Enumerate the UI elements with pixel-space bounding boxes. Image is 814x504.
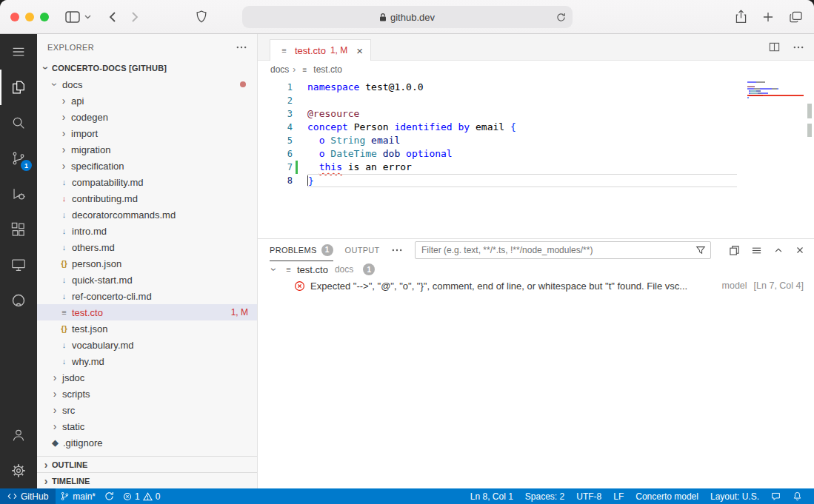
tree-file-others.md[interactable]: ↓others.md <box>37 239 257 255</box>
gutter <box>293 147 307 161</box>
close-panel-icon[interactable] <box>795 245 805 255</box>
activity-github-icon[interactable] <box>0 283 37 318</box>
tree-folder-import[interactable]: ›import <box>37 125 257 141</box>
tree-folder-static[interactable]: ›static <box>37 418 257 434</box>
activity-explorer-icon[interactable] <box>0 70 37 105</box>
tree-folder-specification[interactable]: ›specification <box>37 158 257 174</box>
problems-filter-input[interactable] <box>416 245 710 255</box>
remote-indicator[interactable]: GitHub <box>0 488 56 504</box>
chevron-right-icon: › <box>49 405 61 415</box>
notifications-status[interactable] <box>787 488 808 504</box>
code-line-8[interactable]: 8} <box>258 174 814 187</box>
status-cursor-position[interactable]: Ln 8, Col 1 <box>464 488 519 504</box>
tree-folder-api[interactable]: ›api <box>37 93 257 109</box>
activity-settings-icon[interactable] <box>0 453 37 488</box>
code-line-5[interactable]: 5 o String email <box>258 134 814 147</box>
tree-folder-jsdoc[interactable]: ›jsdoc <box>37 369 257 386</box>
tree-file-contributing.md[interactable]: ↓contributing.md <box>37 190 257 206</box>
code-line-3[interactable]: 3@resource <box>258 107 814 121</box>
code-line-4[interactable]: 4concept Person identified by email { <box>258 121 814 134</box>
new-tab-icon[interactable] <box>763 12 773 22</box>
ruler-decoration <box>807 124 812 137</box>
minimize-window-button[interactable] <box>25 13 34 21</box>
problems-status[interactable]: 1 0 <box>119 488 164 504</box>
json-file-icon: {} <box>58 259 70 268</box>
maximize-panel-icon[interactable] <box>773 245 784 255</box>
tree-item-label: static <box>62 421 84 432</box>
tree-file-test.json[interactable]: {}test.json <box>37 320 257 337</box>
tree-file-decoratorcommands.md[interactable]: ↓decoratorcommands.md <box>37 206 257 223</box>
activity-run-debug-icon[interactable] <box>0 176 37 212</box>
folder-modified-dot <box>240 81 246 87</box>
tree-file-why.md[interactable]: ↓why.md <box>37 353 257 369</box>
code-line-7[interactable]: 7 this is an error <box>258 161 814 174</box>
status-keyboard-layout[interactable]: Layout: U.S. <box>704 488 765 504</box>
code-line-6[interactable]: 6 o DateTime dob optional <box>258 147 814 161</box>
tree-folder-docs[interactable]: ›docs <box>37 76 257 93</box>
status-indentation[interactable]: Spaces: 2 <box>519 488 570 504</box>
editor-more-actions-icon[interactable] <box>793 46 804 49</box>
sync-status[interactable] <box>100 488 119 504</box>
status-eol[interactable]: LF <box>607 488 630 504</box>
tab-problems[interactable]: PROBLEMS 1 <box>270 239 333 261</box>
forward-button[interactable] <box>131 11 139 23</box>
tree-file-ref-concerto-cli.md[interactable]: ↓ref-concerto-cli.md <box>37 288 257 304</box>
problems-file-group[interactable]: › ≡ test.cto docs 1 <box>258 261 814 278</box>
filter-icon[interactable] <box>695 245 706 255</box>
tab-overview-icon[interactable] <box>790 11 802 23</box>
tree-file-compatability.md[interactable]: ↓compatability.md <box>37 174 257 190</box>
split-editor-icon[interactable] <box>769 41 780 53</box>
breadcrumb-file[interactable]: test.cto <box>313 64 342 75</box>
tree-file-.gitignore[interactable]: ◆.gitignore <box>37 434 257 451</box>
back-button[interactable] <box>109 11 116 23</box>
activity-account-icon[interactable] <box>0 417 37 453</box>
workspace-section-header[interactable]: › CONCERTO-DOCS [GITHUB] <box>37 60 257 76</box>
activity-source-control-icon[interactable]: 1 <box>0 141 37 176</box>
tree-file-test.cto[interactable]: ≡test.cto1, M <box>37 304 257 320</box>
tree-folder-migration[interactable]: ›migration <box>37 141 257 158</box>
code-text: o String email <box>307 134 737 147</box>
address-bar[interactable]: github.dev <box>242 6 573 28</box>
tab-test-cto[interactable]: ≡ test.cto 1, M × <box>270 39 371 61</box>
view-as-table-icon[interactable] <box>751 245 762 256</box>
share-icon[interactable] <box>735 10 747 24</box>
status-bar: GitHub main* 1 0 Ln 8, Col 1Spaces: 2UTF… <box>0 488 814 504</box>
activity-remote-explorer-icon[interactable] <box>0 247 37 283</box>
outline-section-header[interactable]: › OUTLINE <box>37 456 257 472</box>
activity-menu-icon[interactable] <box>0 34 37 70</box>
activity-search-icon[interactable] <box>0 105 37 141</box>
tree-file-quick-start.md[interactable]: ↓quick-start.md <box>37 272 257 288</box>
tree-folder-scripts[interactable]: ›scripts <box>37 386 257 402</box>
line-number: 8 <box>258 174 293 187</box>
minimap[interactable] <box>747 81 804 99</box>
code-line-1[interactable]: 1namespace test@1.0.0 <box>258 81 814 94</box>
refresh-icon[interactable] <box>556 13 566 22</box>
tree-file-person.json[interactable]: {}person.json <box>37 255 257 272</box>
panel-more-tabs-icon[interactable] <box>392 249 402 252</box>
explorer-more-actions-icon[interactable] <box>236 46 247 49</box>
branch-status[interactable]: main* <box>56 488 100 504</box>
privacy-shield-icon[interactable] <box>196 10 207 23</box>
feedback-status[interactable] <box>765 488 787 504</box>
tree-item-label: contributing.md <box>72 193 138 204</box>
overview-ruler[interactable] <box>807 78 812 238</box>
fullscreen-window-button[interactable] <box>40 13 49 21</box>
breadcrumb-folder[interactable]: docs <box>270 64 289 75</box>
code-editor[interactable]: 1namespace test@1.0.023@resource4concept… <box>258 78 814 238</box>
problem-item[interactable]: Expected "-->", "@", "o", "}", comment, … <box>258 278 814 294</box>
tree-folder-src[interactable]: ›src <box>37 402 257 418</box>
sidebar-toggle-icon[interactable] <box>65 11 80 23</box>
tab-output[interactable]: OUTPUT <box>345 239 380 261</box>
status-language-mode[interactable]: Concerto model <box>630 488 704 504</box>
tree-file-intro.md[interactable]: ↓intro.md <box>37 223 257 239</box>
code-line-2[interactable]: 2 <box>258 94 814 107</box>
close-window-button[interactable] <box>10 13 19 21</box>
tree-file-vocabulary.md[interactable]: ↓vocabulary.md <box>37 337 257 353</box>
status-encoding[interactable]: UTF-8 <box>570 488 607 504</box>
activity-extensions-icon[interactable] <box>0 212 37 247</box>
tree-folder-codegen[interactable]: ›codegen <box>37 109 257 125</box>
open-editors-view-icon[interactable] <box>729 245 740 256</box>
timeline-section-header[interactable]: › TIMELINE <box>37 472 257 488</box>
tab-close-icon[interactable]: × <box>356 45 363 56</box>
chevron-down-icon[interactable] <box>84 15 91 19</box>
